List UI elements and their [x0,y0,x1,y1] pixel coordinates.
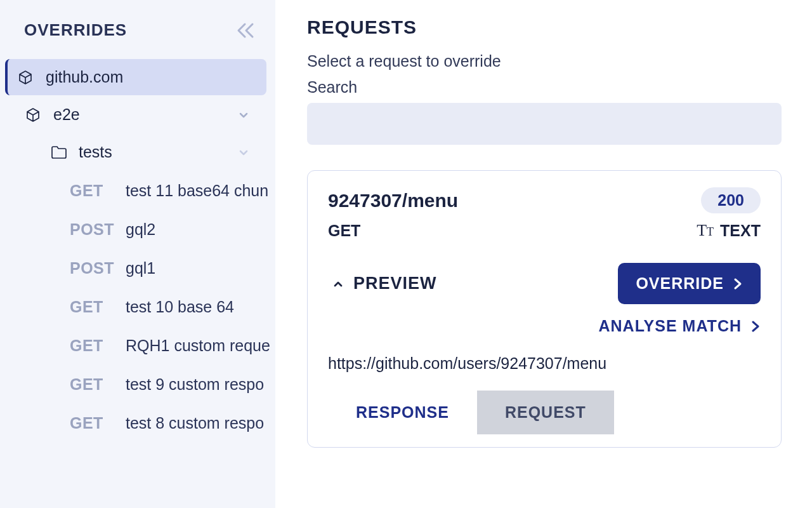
cube-icon [25,107,44,123]
sidebar-request-item[interactable]: GET test 11 base64 chun [0,171,275,210]
method-label: GET [328,222,360,240]
sidebar-title: OVERRIDES [24,20,127,40]
page-subtitle: Select a request to override [307,52,782,70]
main-panel: REQUESTS Select a request to override Se… [275,0,812,508]
sidebar-domain-github[interactable]: github.com [5,59,266,95]
chevron-down-icon [237,109,250,121]
analyse-row: ANALYSE MATCH [328,317,761,335]
request-label: test 10 base 64 [126,298,234,316]
chevron-right-icon [750,320,761,333]
folder-icon [51,145,70,159]
method-label: POST [70,220,126,239]
request-label: gql2 [126,220,155,239]
sidebar: OVERRIDES github.com e2e tests GET test … [0,0,275,508]
method-label: POST [70,259,126,277]
request-card: 9247307/menu 200 GET TT TEXT PREVIEW OVE… [307,170,782,448]
type-label: TEXT [720,222,761,240]
sidebar-request-item[interactable]: GET RQH1 custom reque [0,326,275,365]
search-input[interactable] [307,103,782,145]
chevron-right-icon [733,277,743,290]
search-label: Search [307,78,782,97]
card-subheader: GET TT TEXT [328,221,761,240]
domain-label: github.com [46,68,123,86]
tab-request[interactable]: REQUEST [477,391,614,434]
preview-label: PREVIEW [353,274,437,293]
cube-icon [18,70,37,85]
analyse-label: ANALYSE MATCH [598,317,742,335]
preview-toggle[interactable]: PREVIEW [328,274,437,293]
sidebar-request-item[interactable]: GET test 8 custom respo [0,404,275,443]
status-badge: 200 [701,187,761,213]
tab-response[interactable]: RESPONSE [328,391,477,434]
card-title: 9247307/menu [328,190,458,211]
action-row: PREVIEW OVERRIDE [328,263,761,304]
chevron-up-icon [332,277,344,290]
request-label: gql1 [126,259,155,277]
domain-label: e2e [53,105,80,124]
collapse-sidebar-icon[interactable] [236,22,256,39]
method-label: GET [70,375,126,394]
folder-label: tests [79,143,112,161]
analyse-match-link[interactable]: ANALYSE MATCH [598,317,761,335]
request-url: https://github.com/users/9247307/menu [328,354,761,373]
request-label: test 9 custom respo [126,375,264,394]
request-label: test 11 base64 chun [126,182,268,200]
sidebar-request-item[interactable]: POST gql2 [0,210,275,249]
sidebar-request-item[interactable]: GET test 9 custom respo [0,365,275,404]
text-type-icon: TT [697,221,714,240]
sidebar-header: OVERRIDES [0,20,275,58]
content-type: TT TEXT [697,221,761,240]
request-label: test 8 custom respo [126,414,264,432]
page-title: REQUESTS [307,17,782,38]
sidebar-request-item[interactable]: POST gql1 [0,249,275,288]
preview-tabs: RESPONSE REQUEST [328,391,761,434]
sidebar-domain-e2e[interactable]: e2e [6,97,266,133]
method-label: GET [70,414,126,432]
override-button[interactable]: OVERRIDE [618,263,761,304]
override-label: OVERRIDE [636,274,724,293]
method-label: GET [70,182,126,200]
card-header: 9247307/menu 200 [328,187,761,213]
sidebar-folder-tests[interactable]: tests [6,134,266,170]
method-label: GET [70,298,126,316]
request-label: RQH1 custom reque [126,337,270,355]
sidebar-request-item[interactable]: GET test 10 base 64 [0,288,275,326]
chevron-down-icon [237,146,250,159]
method-label: GET [70,337,126,355]
